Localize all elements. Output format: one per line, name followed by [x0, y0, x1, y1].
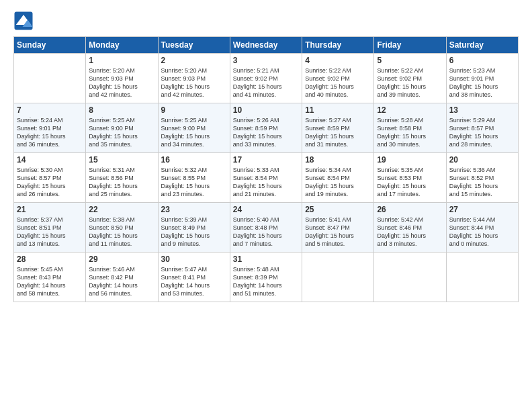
col-header-sunday: Sunday [14, 37, 86, 54]
calendar-cell [446, 253, 518, 302]
cell-day-number: 27 [449, 205, 515, 214]
calendar-cell: 20Sunrise: 5:36 AM Sunset: 8:52 PM Dayli… [446, 153, 518, 203]
cell-day-number: 12 [377, 105, 443, 115]
cell-info-text: Sunrise: 5:35 AM Sunset: 8:53 PM Dayligh… [377, 166, 443, 199]
cell-info-text: Sunrise: 5:26 AM Sunset: 8:59 PM Dayligh… [233, 116, 299, 149]
cell-day-number: 18 [305, 155, 371, 165]
cell-day-number: 2 [161, 56, 227, 65]
cell-info-text: Sunrise: 5:42 AM Sunset: 8:46 PM Dayligh… [377, 216, 443, 248]
cell-info-text: Sunrise: 5:30 AM Sunset: 8:57 PM Dayligh… [17, 166, 83, 199]
calendar-cell: 13Sunrise: 5:29 AM Sunset: 8:57 PM Dayli… [446, 103, 518, 153]
calendar-cell: 12Sunrise: 5:28 AM Sunset: 8:58 PM Dayli… [374, 103, 446, 153]
cell-info-text: Sunrise: 5:21 AM Sunset: 9:02 PM Dayligh… [233, 66, 299, 99]
cell-day-number: 13 [449, 105, 515, 115]
calendar-cell: 11Sunrise: 5:27 AM Sunset: 8:59 PM Dayli… [302, 103, 374, 153]
calendar-cell [14, 54, 86, 103]
calendar-cell: 6Sunrise: 5:23 AM Sunset: 9:01 PM Daylig… [446, 54, 518, 103]
calendar-cell: 9Sunrise: 5:25 AM Sunset: 9:00 PM Daylig… [158, 103, 230, 153]
cell-info-text: Sunrise: 5:41 AM Sunset: 8:47 PM Dayligh… [305, 216, 371, 248]
calendar-cell: 26Sunrise: 5:42 AM Sunset: 8:46 PM Dayli… [374, 203, 446, 253]
calendar-cell [302, 253, 374, 302]
calendar-cell: 21Sunrise: 5:37 AM Sunset: 8:51 PM Dayli… [14, 203, 86, 253]
calendar-table: SundayMondayTuesdayWednesdayThursdayFrid… [13, 36, 519, 302]
cell-day-number: 8 [89, 105, 154, 115]
calendar-cell: 8Sunrise: 5:25 AM Sunset: 9:00 PM Daylig… [86, 103, 158, 153]
cell-info-text: Sunrise: 5:32 AM Sunset: 8:55 PM Dayligh… [161, 166, 227, 199]
cell-info-text: Sunrise: 5:24 AM Sunset: 9:01 PM Dayligh… [17, 116, 83, 149]
cell-info-text: Sunrise: 5:34 AM Sunset: 8:54 PM Dayligh… [305, 166, 371, 199]
calendar-cell: 16Sunrise: 5:32 AM Sunset: 8:55 PM Dayli… [158, 153, 230, 203]
cell-day-number: 15 [89, 155, 154, 165]
cell-info-text: Sunrise: 5:20 AM Sunset: 9:03 PM Dayligh… [161, 66, 227, 99]
col-header-tuesday: Tuesday [158, 37, 230, 54]
col-header-wednesday: Wednesday [230, 37, 302, 54]
cell-day-number: 14 [17, 155, 83, 165]
calendar-cell: 2Sunrise: 5:20 AM Sunset: 9:03 PM Daylig… [158, 54, 230, 103]
calendar-cell: 15Sunrise: 5:31 AM Sunset: 8:56 PM Dayli… [86, 153, 158, 203]
week-row-1: 1Sunrise: 5:20 AM Sunset: 9:03 PM Daylig… [14, 54, 519, 103]
cell-day-number: 25 [305, 205, 371, 214]
calendar-cell: 25Sunrise: 5:41 AM Sunset: 8:47 PM Dayli… [302, 203, 374, 253]
header [13, 11, 519, 31]
calendar-cell: 29Sunrise: 5:46 AM Sunset: 8:42 PM Dayli… [86, 253, 158, 302]
cell-info-text: Sunrise: 5:38 AM Sunset: 8:50 PM Dayligh… [89, 216, 154, 248]
calendar-cell: 4Sunrise: 5:22 AM Sunset: 9:02 PM Daylig… [302, 54, 374, 103]
cell-info-text: Sunrise: 5:25 AM Sunset: 9:00 PM Dayligh… [89, 116, 154, 149]
logo-icon [13, 11, 34, 31]
cell-day-number: 3 [233, 56, 299, 65]
cell-info-text: Sunrise: 5:47 AM Sunset: 8:41 PM Dayligh… [161, 265, 227, 298]
cell-day-number: 22 [89, 205, 154, 214]
calendar-cell: 28Sunrise: 5:45 AM Sunset: 8:43 PM Dayli… [14, 253, 86, 302]
calendar-cell: 23Sunrise: 5:39 AM Sunset: 8:49 PM Dayli… [158, 203, 230, 253]
cell-day-number: 23 [161, 205, 227, 214]
col-header-thursday: Thursday [302, 37, 374, 54]
cell-info-text: Sunrise: 5:48 AM Sunset: 8:39 PM Dayligh… [233, 265, 299, 298]
cell-info-text: Sunrise: 5:40 AM Sunset: 8:48 PM Dayligh… [233, 216, 299, 248]
cell-info-text: Sunrise: 5:36 AM Sunset: 8:52 PM Dayligh… [449, 166, 515, 199]
calendar-cell: 24Sunrise: 5:40 AM Sunset: 8:48 PM Dayli… [230, 203, 302, 253]
calendar-cell: 7Sunrise: 5:24 AM Sunset: 9:01 PM Daylig… [14, 103, 86, 153]
cell-day-number: 9 [161, 105, 227, 115]
calendar-cell: 5Sunrise: 5:22 AM Sunset: 9:02 PM Daylig… [374, 54, 446, 103]
cell-day-number: 17 [233, 155, 299, 165]
col-header-friday: Friday [374, 37, 446, 54]
cell-info-text: Sunrise: 5:22 AM Sunset: 9:02 PM Dayligh… [305, 66, 371, 99]
cell-info-text: Sunrise: 5:28 AM Sunset: 8:58 PM Dayligh… [377, 116, 443, 149]
calendar-cell: 17Sunrise: 5:33 AM Sunset: 8:54 PM Dayli… [230, 153, 302, 203]
cell-day-number: 20 [449, 155, 515, 165]
calendar-cell: 27Sunrise: 5:44 AM Sunset: 8:44 PM Dayli… [446, 203, 518, 253]
calendar-header-row: SundayMondayTuesdayWednesdayThursdayFrid… [14, 37, 519, 54]
cell-day-number: 29 [89, 255, 154, 264]
cell-info-text: Sunrise: 5:45 AM Sunset: 8:43 PM Dayligh… [17, 265, 83, 298]
col-header-saturday: Saturday [446, 37, 518, 54]
cell-day-number: 28 [17, 255, 83, 264]
col-header-monday: Monday [86, 37, 158, 54]
cell-day-number: 7 [17, 105, 83, 115]
calendar-cell: 14Sunrise: 5:30 AM Sunset: 8:57 PM Dayli… [14, 153, 86, 203]
cell-day-number: 19 [377, 155, 443, 165]
cell-day-number: 31 [233, 255, 299, 264]
cell-info-text: Sunrise: 5:37 AM Sunset: 8:51 PM Dayligh… [17, 216, 83, 248]
cell-info-text: Sunrise: 5:29 AM Sunset: 8:57 PM Dayligh… [449, 116, 515, 149]
logo [13, 11, 36, 31]
cell-info-text: Sunrise: 5:27 AM Sunset: 8:59 PM Dayligh… [305, 116, 371, 149]
cell-info-text: Sunrise: 5:31 AM Sunset: 8:56 PM Dayligh… [89, 166, 154, 199]
cell-day-number: 24 [233, 205, 299, 214]
cell-day-number: 1 [89, 56, 154, 65]
cell-day-number: 11 [305, 105, 371, 115]
page: SundayMondayTuesdayWednesdayThursdayFrid… [0, 0, 532, 411]
calendar-cell: 18Sunrise: 5:34 AM Sunset: 8:54 PM Dayli… [302, 153, 374, 203]
cell-day-number: 21 [17, 205, 83, 214]
cell-info-text: Sunrise: 5:23 AM Sunset: 9:01 PM Dayligh… [449, 66, 515, 99]
calendar-cell: 10Sunrise: 5:26 AM Sunset: 8:59 PM Dayli… [230, 103, 302, 153]
week-row-4: 21Sunrise: 5:37 AM Sunset: 8:51 PM Dayli… [14, 203, 519, 253]
calendar-cell: 31Sunrise: 5:48 AM Sunset: 8:39 PM Dayli… [230, 253, 302, 302]
cell-day-number: 5 [377, 56, 443, 65]
week-row-3: 14Sunrise: 5:30 AM Sunset: 8:57 PM Dayli… [14, 153, 519, 203]
cell-day-number: 30 [161, 255, 227, 264]
cell-info-text: Sunrise: 5:25 AM Sunset: 9:00 PM Dayligh… [161, 116, 227, 149]
cell-info-text: Sunrise: 5:46 AM Sunset: 8:42 PM Dayligh… [89, 265, 154, 298]
cell-info-text: Sunrise: 5:39 AM Sunset: 8:49 PM Dayligh… [161, 216, 227, 248]
calendar-cell: 1Sunrise: 5:20 AM Sunset: 9:03 PM Daylig… [86, 54, 158, 103]
week-row-5: 28Sunrise: 5:45 AM Sunset: 8:43 PM Dayli… [14, 253, 519, 302]
